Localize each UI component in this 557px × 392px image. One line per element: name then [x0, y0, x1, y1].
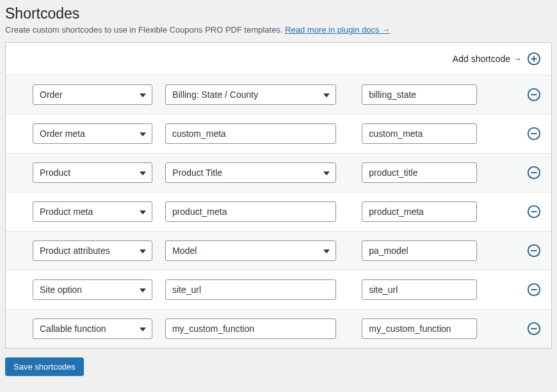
shortcode-name-input[interactable] [362, 318, 477, 339]
type-select-wrap: Callable function [33, 318, 152, 339]
type-select[interactable]: Callable function [33, 318, 152, 339]
field-select[interactable]: Billing: State / County [165, 84, 336, 105]
remove-row-button[interactable] [527, 283, 541, 297]
remove-row-button[interactable] [527, 166, 541, 180]
minus-circle-icon [527, 205, 541, 219]
shortcode-name-input[interactable] [362, 84, 477, 105]
remove-row-button[interactable] [527, 127, 541, 141]
shortcode-row: Product attributesModel [6, 231, 551, 270]
field-input[interactable] [165, 201, 336, 222]
type-select-wrap: Product meta [33, 201, 152, 222]
add-shortcode-label: Add shortcode → [453, 54, 522, 64]
page-subtitle: Create custom shortcodes to use in Flexi… [5, 25, 552, 35]
type-select[interactable]: Order meta [33, 123, 152, 144]
type-select[interactable]: Product meta [33, 201, 152, 222]
field-input[interactable] [165, 123, 336, 144]
minus-circle-icon [527, 283, 541, 297]
remove-row-button[interactable] [527, 244, 541, 258]
type-select[interactable]: Order [33, 84, 152, 105]
field-input[interactable] [165, 279, 336, 300]
shortcode-name-input[interactable] [362, 279, 477, 300]
type-select[interactable]: Site option [33, 279, 152, 300]
field-select-wrap: Model [165, 240, 336, 261]
field-select-wrap: Billing: State / County [165, 84, 336, 105]
type-select-wrap: Product [33, 162, 152, 183]
save-row: Save shortcodes [5, 349, 552, 385]
shortcode-row: Callable function [6, 309, 551, 348]
shortcode-name-input[interactable] [362, 123, 477, 144]
field-select[interactable]: Model [165, 240, 336, 261]
type-select[interactable]: Product [33, 162, 152, 183]
shortcode-row: OrderBilling: State / County [6, 75, 551, 114]
add-shortcode-button[interactable]: Add shortcode → [6, 43, 551, 75]
shortcodes-panel: Add shortcode → OrderBilling: State / Co… [5, 42, 552, 349]
save-button[interactable]: Save shortcodes [5, 357, 84, 376]
shortcode-row: Product meta [6, 192, 551, 231]
shortcode-row: Order meta [6, 114, 551, 153]
field-select[interactable]: Product Title [165, 162, 336, 183]
remove-row-button[interactable] [527, 205, 541, 219]
field-select-wrap: Product Title [165, 162, 336, 183]
minus-circle-icon [527, 127, 541, 141]
type-select-wrap: Product attributes [33, 240, 152, 261]
docs-link[interactable]: Read more in plugin docs → [285, 25, 390, 35]
type-select-wrap: Order [33, 84, 152, 105]
shortcode-name-input[interactable] [362, 201, 477, 222]
type-select-wrap: Order meta [33, 123, 152, 144]
field-input[interactable] [165, 318, 336, 339]
page-title: Shortcodes [5, 5, 552, 22]
type-select-wrap: Site option [33, 279, 152, 300]
remove-row-button[interactable] [527, 88, 541, 102]
shortcode-row: ProductProduct Title [6, 153, 551, 192]
minus-circle-icon [527, 322, 541, 336]
plus-circle-icon [527, 52, 541, 66]
type-select[interactable]: Product attributes [33, 240, 152, 261]
minus-circle-icon [527, 166, 541, 180]
shortcode-row: Site option [6, 270, 551, 309]
shortcode-name-input[interactable] [362, 162, 477, 183]
remove-row-button[interactable] [527, 322, 541, 336]
minus-circle-icon [527, 88, 541, 102]
minus-circle-icon [527, 244, 541, 258]
shortcode-name-input[interactable] [362, 240, 477, 261]
page-subtitle-text: Create custom shortcodes to use in Flexi… [5, 25, 285, 35]
